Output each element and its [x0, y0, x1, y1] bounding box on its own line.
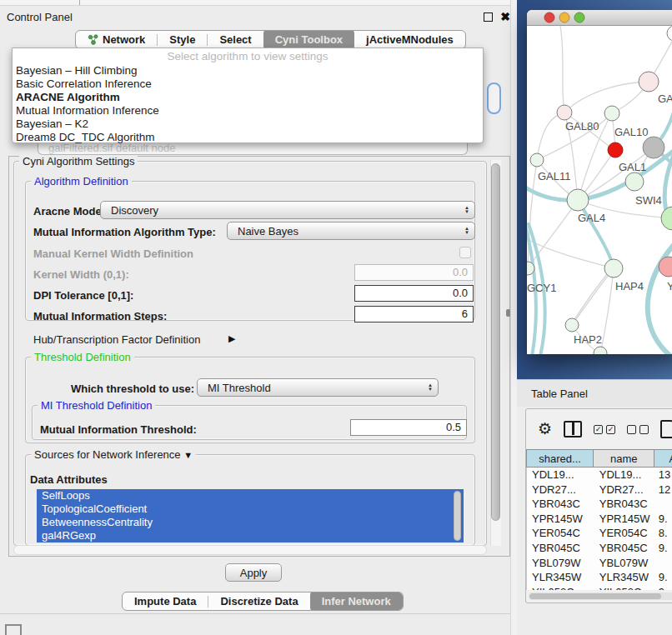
- mi-type-combo[interactable]: Naive Bayes ▲▼: [227, 222, 475, 240]
- network-node-hap2[interactable]: [565, 318, 579, 332]
- table-row[interactable]: YIL053CYIL053C9: [527, 585, 672, 590]
- network-node-gal[interactable]: [639, 72, 659, 92]
- window-top-strip: [0, 0, 517, 6]
- which-threshold-combo[interactable]: MI Threshold ▲▼: [197, 378, 439, 397]
- network-icon: [88, 34, 98, 45]
- group-title: Cyni Algorithm Settings: [19, 155, 138, 168]
- attribute-item[interactable]: gal4RGexp: [37, 529, 464, 542]
- obscured-combo[interactable]: galFiltered.sif default node: [38, 143, 468, 155]
- network-node-gray[interactable]: [643, 137, 664, 158]
- group-title: Algorithm Definition: [31, 175, 132, 188]
- table-row[interactable]: YDL19...YDL19...13: [527, 468, 672, 482]
- stepper-arrows-icon: ▲▼: [464, 227, 469, 235]
- attribute-item[interactable]: BetweennessCentrality: [37, 516, 464, 529]
- float-window-icon[interactable]: [484, 12, 493, 22]
- node-label: GAL: [658, 92, 672, 105]
- network-node-gal10[interactable]: [604, 106, 619, 121]
- attribute-item[interactable]: SelfLoops: [37, 489, 464, 502]
- document-icon[interactable]: [660, 420, 672, 438]
- table-row[interactable]: YLR345WYLR345W9.: [527, 570, 672, 585]
- close-icon[interactable]: ✖: [500, 12, 510, 22]
- table-panel-title: Table Panel: [531, 388, 588, 400]
- table-row[interactable]: YPR145WYPR145W9.: [527, 512, 672, 527]
- zoom-traffic-light[interactable]: [574, 12, 584, 22]
- close-traffic-light[interactable]: [544, 12, 554, 22]
- checked-boxes-icon[interactable]: ✓✓: [594, 425, 615, 434]
- mi-steps-field[interactable]: 6: [354, 306, 474, 322]
- table-rows: YDL19...YDL19...13 YDR27...YDR27...12 YB…: [526, 468, 672, 590]
- which-threshold-label: Which threshold to use:: [71, 382, 194, 395]
- column-header-partial[interactable]: A: [654, 449, 672, 468]
- table-hscrollbar[interactable]: [529, 592, 672, 600]
- node-label: Y: [667, 280, 672, 292]
- dpi-tolerance-field[interactable]: 0.0: [354, 285, 474, 302]
- network-canvas[interactable]: GAL GAL80 GAL10 GAL1 GAL11 SWI4 GAL4 GCY…: [527, 26, 672, 354]
- column-header-name[interactable]: name: [594, 449, 654, 468]
- table-row[interactable]: YDR27...YDR27...12: [527, 482, 672, 498]
- network-window-titlebar[interactable]: [527, 10, 672, 26]
- tab-network[interactable]: Network: [76, 30, 157, 49]
- network-node[interactable]: [667, 26, 672, 41]
- dropdown-item[interactable]: Basic Correlation Inference: [13, 78, 483, 91]
- tab-jactivemnodules[interactable]: jActiveMNodules: [354, 30, 465, 49]
- network-window[interactable]: GAL GAL80 GAL10 GAL1 GAL11 SWI4 GAL4 GCY…: [527, 10, 672, 354]
- panel-grip[interactable]: [5, 624, 22, 635]
- data-attributes-list: SelfLoops TopologicalCoefficient Between…: [37, 489, 464, 542]
- table-row[interactable]: YBL079WYBL079W: [527, 556, 672, 571]
- column-header-shared-name[interactable]: shared...: [526, 449, 594, 468]
- network-node-gal1[interactable]: [625, 172, 644, 191]
- tab-style[interactable]: Style: [158, 30, 207, 49]
- attribute-item[interactable]: TopologicalCoefficient: [37, 502, 464, 516]
- divider-grip-icon[interactable]: [506, 309, 510, 317]
- table-row[interactable]: YBR045CYBR045C9.: [527, 541, 672, 556]
- dropdown-item[interactable]: Dream8 DC_TDC Algorithm: [13, 131, 483, 144]
- panel-divider[interactable]: [510, 0, 517, 635]
- mi-threshold-label: Mutual Information Threshold:: [40, 423, 197, 436]
- network-node-gal4[interactable]: [567, 189, 589, 211]
- node-label: GAL80: [565, 120, 599, 132]
- manual-kernel-label: Manual Kernel Width Definition: [33, 248, 193, 260]
- table-row[interactable]: YER054CYER054C8.: [527, 526, 672, 541]
- mi-threshold-field[interactable]: 0.5: [350, 419, 467, 436]
- group-title: Sources for Network Inference ▼: [31, 448, 196, 461]
- network-node-gal11[interactable]: [530, 153, 544, 167]
- network-node-swi4[interactable]: [661, 207, 672, 230]
- node-table: shared... name A YDL19...YDL19...13 YDR2…: [526, 449, 672, 590]
- aracne-mode-combo[interactable]: Discovery ▲▼: [100, 201, 475, 219]
- node-label: GAL1: [619, 161, 646, 173]
- table-panel-titlebar: Table Panel: [517, 379, 672, 407]
- collapse-down-arrow-icon[interactable]: ▼: [183, 450, 193, 460]
- tab-impute-data[interactable]: Impute Data: [123, 592, 208, 611]
- table-row[interactable]: YBR043CYBR043C: [527, 497, 672, 512]
- manual-kernel-checkbox[interactable]: [459, 247, 471, 258]
- unchecked-boxes-icon[interactable]: [627, 425, 649, 434]
- network-node-selected-red[interactable]: [608, 142, 623, 158]
- node-label: GAL4: [578, 212, 605, 224]
- tab-cyni-toolbox[interactable]: Cyni Toolbox: [263, 30, 354, 49]
- dropdown-item[interactable]: Bayesian – Hill Climbing: [13, 64, 483, 78]
- top-strip-divider: [79, 0, 80, 5]
- network-node-gal80[interactable]: [557, 105, 572, 120]
- minimize-traffic-light[interactable]: [559, 12, 569, 22]
- gear-icon[interactable]: ⚙: [538, 421, 552, 438]
- kernel-width-field[interactable]: 0.0: [354, 264, 474, 281]
- expand-right-arrow-icon[interactable]: ▶: [228, 333, 235, 344]
- tab-discretize-data[interactable]: Discretize Data: [208, 592, 309, 611]
- apply-button[interactable]: Apply: [225, 563, 282, 582]
- attribute-list-scrollbar[interactable]: [454, 491, 461, 541]
- table-hscrollbar-thumb[interactable]: [529, 593, 661, 599]
- settings-hscrollbar[interactable]: [13, 545, 487, 555]
- dropdown-item-aracne[interactable]: ARACNE Algorithm: [13, 91, 483, 104]
- tab-infer-network[interactable]: Infer Network: [310, 592, 403, 611]
- settings-scrollbar-thumb[interactable]: [491, 163, 500, 521]
- node-label: GAL10: [614, 126, 648, 138]
- dropdown-item[interactable]: Bayesian – K2: [13, 118, 483, 131]
- network-node-hap4[interactable]: [604, 259, 623, 278]
- dropdown-item[interactable]: Mutual Information Inference: [13, 104, 483, 118]
- kernel-width-label: Kernel Width (0,1):: [33, 268, 129, 281]
- network-node[interactable]: [594, 347, 607, 354]
- split-columns-icon[interactable]: [564, 421, 582, 438]
- tab-select[interactable]: Select: [208, 30, 263, 49]
- table-header: shared... name A: [526, 449, 672, 468]
- app-root: { "colors": { "selection_blue": "#3a6bc6…: [0, 0, 672, 635]
